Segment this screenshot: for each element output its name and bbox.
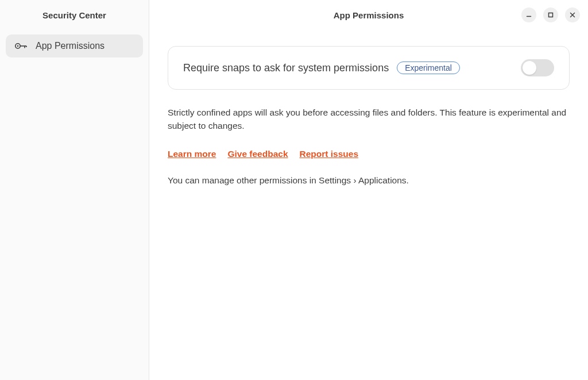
- maximize-button[interactable]: [543, 7, 558, 22]
- setting-description: Strictly confined apps will ask you befo…: [168, 106, 570, 133]
- settings-hint: You can manage other permissions in Sett…: [168, 175, 570, 186]
- permissions-toggle[interactable]: [521, 59, 554, 76]
- titlebar: App Permissions: [149, 0, 588, 30]
- sidebar-title: Security Center: [0, 0, 149, 30]
- toggle-knob: [523, 61, 536, 75]
- svg-point-1: [17, 45, 19, 47]
- sidebar-items: App Permissions: [0, 30, 149, 62]
- sidebar-item-label: App Permissions: [36, 41, 105, 51]
- minimize-button[interactable]: [521, 7, 536, 22]
- setting-require-snaps-permissions: Require snaps to ask for system permissi…: [168, 46, 570, 90]
- setting-label: Require snaps to ask for system permissi…: [183, 62, 389, 74]
- window-controls: [521, 7, 580, 22]
- main: App Permissions Require snaps: [149, 0, 588, 380]
- report-issues-link[interactable]: Report issues: [300, 149, 359, 159]
- maximize-icon: [548, 12, 554, 18]
- give-feedback-link[interactable]: Give feedback: [227, 149, 288, 159]
- sidebar-item-app-permissions[interactable]: App Permissions: [6, 34, 143, 57]
- close-button[interactable]: [565, 7, 580, 22]
- page-title: App Permissions: [334, 10, 404, 20]
- learn-more-link[interactable]: Learn more: [168, 149, 216, 159]
- links-row: Learn more Give feedback Report issues: [168, 149, 570, 159]
- svg-rect-6: [549, 13, 553, 17]
- experimental-badge: Experimental: [397, 62, 460, 74]
- sidebar: Security Center App Permissions: [0, 0, 149, 380]
- content: Require snaps to ask for system permissi…: [149, 30, 588, 202]
- minimize-icon: [526, 12, 532, 18]
- key-icon: [15, 41, 28, 51]
- close-icon: [570, 12, 575, 18]
